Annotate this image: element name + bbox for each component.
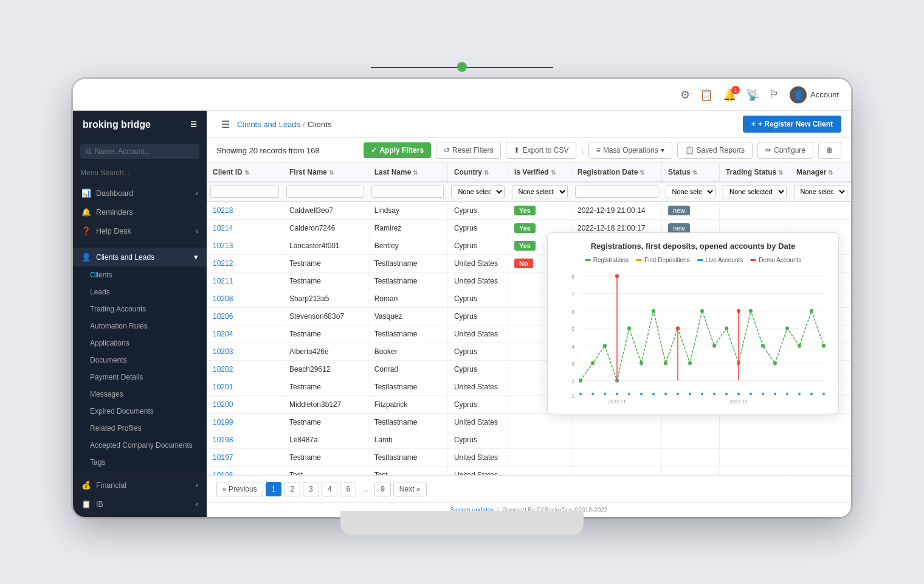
page-9-button[interactable]: 9 [374,482,391,496]
filter-status[interactable]: None selected [666,185,716,198]
configure-button[interactable]: ✏ Configure [757,142,813,159]
next-page-button[interactable]: Next » [393,482,427,496]
sidebar-submenu-tags[interactable]: Tags [73,454,207,471]
sort-last-name[interactable]: Last Name ⇅ [374,168,441,176]
clients-leads-icon: 👤 [81,252,91,262]
verified-cell [508,449,571,467]
filter-manager[interactable]: None selected [794,185,847,198]
last-name-cell: Testlastname [368,414,447,431]
client-id-link[interactable]: 10203 [213,347,233,356]
client-id-link[interactable]: 10204 [213,330,233,338]
first-name-cell: Alberto426e [283,343,368,361]
sidebar-submenu-trading-accounts[interactable]: Trading Accounts [73,301,207,318]
country-cell: Cyprus [447,237,508,255]
sort-status[interactable]: Status ⇅ [668,168,713,176]
sidebar-submenu-accepted-company-docs[interactable]: Accepted Company Documents [73,437,207,454]
rss-icon[interactable]: 📡 [746,88,759,102]
sidebar-submenu-payment-details[interactable]: Payment Details [73,369,207,386]
svg-text:6: 6 [571,308,574,315]
page-3-button[interactable]: 3 [303,482,319,496]
sidebar-item-helpdesk[interactable]: ❓ Help Desk ‹ [73,221,207,240]
sort-icon-status: ⇅ [692,169,697,176]
sidebar-submenu-automation-rules[interactable]: Automation Rules [73,318,207,335]
prev-page-button[interactable]: « Previous [216,482,263,496]
sort-client-id[interactable]: Client ID ⇅ [213,168,277,176]
sidebar-item-financial[interactable]: 💰 Financial ‹ [73,476,207,495]
flag-icon[interactable]: 🏳 [769,88,780,101]
reset-filters-button[interactable]: ↺ Reset Filters [436,142,501,159]
sidebar-submenu-applications[interactable]: Applications [73,335,207,352]
client-id-link[interactable]: 10202 [213,365,233,374]
sidebar-item-marketing[interactable]: 📢 Marketing ‹ [73,513,207,517]
client-id-link[interactable]: 10213 [213,242,233,250]
page-4-button[interactable]: 4 [322,482,338,496]
puzzle-icon[interactable]: ⚙ [680,88,690,102]
sidebar-submenu-related-profiles[interactable]: Related Profiles [73,420,207,437]
sort-manager[interactable]: Manager ⇅ [796,168,845,176]
mass-operations-button[interactable]: ≡ Mass Operations ▾ [588,142,672,159]
bell-icon[interactable]: 🔔 1 [723,88,736,102]
svg-point-30 [761,344,765,348]
sidebar-submenu-leads[interactable]: Leads [73,283,207,301]
sort-first-name[interactable]: First Name ⇅ [289,168,362,176]
sidebar-item-dashboard[interactable]: 📊 Dashboard ‹ [73,184,207,203]
sidebar-submenu-messages[interactable]: Messages [73,386,207,403]
sidebar-submenu-clients[interactable]: Clients [73,266,207,283]
saved-reports-button[interactable]: 📋 Saved Reports [677,142,753,159]
filter-first-name[interactable] [286,186,364,198]
client-id-link[interactable]: 10196 [213,471,233,475]
sidebar-item-clients-leads[interactable]: 👤 Clients and Leads ▾ [73,248,207,266]
sidebar-search [73,139,207,164]
filter-last-name[interactable] [371,186,444,198]
client-id-link[interactable]: 10214 [213,224,233,232]
breadcrumb-parent[interactable]: Clients and Leads [237,120,300,129]
menu-search-input[interactable] [80,169,199,177]
sort-registration-date[interactable]: Registration Date ⇅ [578,168,655,176]
sidebar-item-reminders[interactable]: 🔔 Reminders [73,203,207,221]
filter-client-id[interactable] [210,186,279,198]
sidebar-search-input[interactable] [80,144,199,159]
page-6-button[interactable]: 6 [340,482,356,496]
delete-button[interactable]: 🗑 [818,142,841,159]
filter-reg-date[interactable] [575,186,658,198]
sort-is-verified[interactable]: Is Verified ⇅ [514,168,565,176]
last-name-cell: Testlastname [368,255,447,273]
client-id-link[interactable]: 10206 [213,312,233,321]
reg-date-cell: 2022-12-19 21:00:14 [571,201,662,220]
calendar-icon[interactable]: 📋 [700,88,713,102]
filter-trading-status[interactable]: None selected [723,185,786,198]
client-id-link[interactable]: 10212 [213,259,233,268]
sort-trading-status[interactable]: Trading Status ⇅ [726,168,784,176]
register-new-client-button[interactable]: + + Register New Client [743,116,841,133]
sidebar-submenu-expired-documents[interactable]: Expired Documents [73,403,207,420]
page-2-button[interactable]: 2 [284,482,300,496]
svg-text:8: 8 [571,273,574,280]
verified-cell [508,414,571,431]
filter-country[interactable]: None selected [451,185,504,198]
client-id-link[interactable]: 10211 [213,277,233,285]
sort-country[interactable]: Country ⇅ [454,168,502,176]
client-id-link[interactable]: 10201 [213,383,233,391]
client-id-link[interactable]: 10197 [213,453,233,462]
client-id-link[interactable]: 10198 [213,436,233,444]
page-1-button[interactable]: 1 [266,482,282,496]
filter-is-verified[interactable]: None selected [512,185,568,198]
hamburger-button[interactable]: ☰ [216,116,235,133]
account-button[interactable]: 👤 Account [790,86,839,103]
chart-legend: Registrations First Depositions Live Acc… [556,257,830,263]
client-id-link[interactable]: 10218 [213,206,233,215]
dashboard-icon: 📊 [81,189,91,198]
apply-filters-button[interactable]: ✓ Apply Filters [364,142,431,158]
chart-title: Registrations, first deposits, opened ac… [556,242,830,251]
table-row: 10218 Caldwell3eo7 Lindsay Cyprus Yes 20… [207,201,851,220]
client-id-link[interactable]: 10199 [213,418,233,426]
client-id-link[interactable]: 10200 [213,400,233,409]
content-area: ☰ Clients and Leads / Clients + + Regist… [207,111,851,517]
sidebar-item-ib[interactable]: 📋 IB ‹ [73,495,207,513]
client-id-link[interactable]: 10208 [213,294,233,303]
sidebar-submenu-documents[interactable]: Documents [73,352,207,369]
export-to-csv-button[interactable]: ⬆ Export to CSV [506,142,576,159]
last-name-cell: Testlastname [368,378,447,396]
svg-point-35 [822,344,826,348]
country-cell: Cyprus [447,361,508,378]
